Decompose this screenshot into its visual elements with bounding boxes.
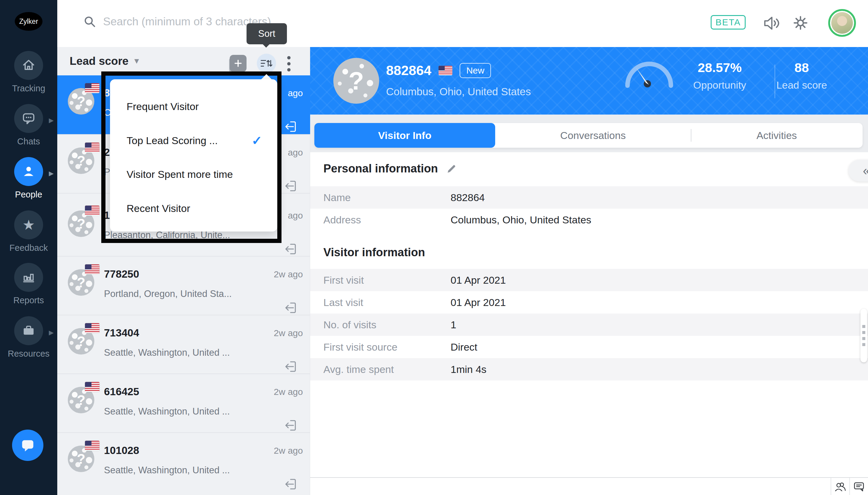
- search-icon: [83, 15, 97, 28]
- edit-icon[interactable]: [446, 164, 457, 174]
- chat-lines-icon: [853, 481, 865, 492]
- chevron-right-icon: ▸: [49, 114, 54, 126]
- visitor-history-icon[interactable]: [283, 120, 296, 133]
- chat-icon: [21, 111, 36, 126]
- search-input[interactable]: [103, 15, 332, 28]
- sound-icon[interactable]: [762, 14, 781, 33]
- visitor-history-icon[interactable]: [283, 180, 296, 193]
- us-flag-icon: [438, 66, 452, 75]
- table-row: First visit01 Apr 2021: [310, 269, 868, 291]
- chat-widget-button[interactable]: [12, 430, 44, 461]
- sidebar-item-tracking[interactable]: Tracking: [0, 51, 57, 93]
- gear-icon[interactable]: [792, 14, 810, 32]
- chevron-down-icon: ▼: [133, 56, 140, 65]
- visitor-list-item[interactable]: ? 713404 2w ago Seattle, Washington, Uni…: [57, 315, 310, 374]
- table-row: No. of visits1: [310, 313, 868, 336]
- sort-tooltip: Sort: [246, 23, 287, 44]
- more-options-button[interactable]: [287, 56, 291, 74]
- status-badge: New: [459, 63, 491, 78]
- tooltip-caret: [262, 43, 271, 52]
- sidebar-item-feedback[interactable]: ★ Feedback: [0, 210, 57, 253]
- online-visitors-button[interactable]: [831, 478, 849, 495]
- table-row: AddressColumbus, Ohio, United States: [310, 209, 868, 231]
- us-flag-icon: [85, 382, 100, 392]
- tab-conversations[interactable]: Conversations: [495, 123, 691, 148]
- section-title-visitor: Visitor information: [324, 246, 425, 259]
- table-row: Last visit01 Apr 2021: [310, 291, 868, 313]
- sort-option-visitor-spent-more-time[interactable]: Visitor Spent more time: [126, 166, 262, 182]
- sort-option-top-lead-scoring[interactable]: Top Lead Scoring ... ✓: [126, 133, 262, 148]
- visitor-list-item[interactable]: ? 778250 2w ago Portland, Oregon, United…: [57, 256, 310, 315]
- tab-visitor-info[interactable]: Visitor Info: [314, 123, 495, 148]
- us-flag-icon: [85, 264, 100, 274]
- table-row: First visit sourceDirect: [310, 336, 868, 358]
- visitor-history-icon[interactable]: [283, 419, 296, 432]
- us-flag-icon: [85, 323, 100, 333]
- tab-strip: Visitor Info Conversations Activities: [310, 115, 868, 152]
- collapse-panel-button[interactable]: «: [848, 160, 868, 182]
- sort-button[interactable]: [257, 54, 276, 73]
- top-bar: BETA: [57, 0, 868, 47]
- chat-bubble-icon: [20, 438, 36, 453]
- opportunity-gauge: [623, 58, 675, 88]
- person-icon: [22, 165, 36, 178]
- visitor-history-icon[interactable]: [283, 478, 296, 491]
- home-icon: [22, 58, 36, 72]
- sidebar: Zylker Tracking Chats ▸ People ▸ ★ Feedb…: [0, 0, 57, 495]
- us-flag-icon: [85, 83, 100, 93]
- tab-activities[interactable]: Activities: [691, 123, 863, 148]
- visitor-detail-panel: ? 882864 New Columbus, Ohio, United Stat…: [310, 47, 868, 495]
- scrollbar-handle[interactable]: [861, 309, 867, 362]
- chat-dock-button[interactable]: [849, 478, 868, 495]
- visitor-list-item[interactable]: ? 101028 2w ago Seattle, Washington, Uni…: [57, 432, 310, 495]
- people-icon: [834, 481, 846, 492]
- bar-chart-icon: [22, 270, 36, 284]
- table-row: Avg. time spent1min 4s: [310, 358, 868, 380]
- briefcase-icon: [22, 324, 36, 338]
- list-view-selector[interactable]: Lead score▼: [70, 55, 140, 68]
- sidebar-item-reports[interactable]: Reports: [0, 263, 57, 305]
- beta-badge: BETA: [711, 15, 746, 30]
- table-row: Name882864: [310, 186, 868, 209]
- zylker-logo: Zylker: [15, 12, 42, 31]
- visitor-info-rows: First visit01 Apr 2021 Last visit01 Apr …: [310, 269, 868, 380]
- sidebar-item-people[interactable]: People ▸: [0, 157, 57, 200]
- sidebar-item-chats[interactable]: Chats ▸: [0, 104, 57, 147]
- sort-dropdown-menu: Frequent Visitor Top Lead Scoring ... ✓ …: [110, 79, 277, 232]
- us-flag-icon: [85, 206, 100, 216]
- visitor-location: Columbus, Ohio, United States: [386, 86, 531, 98]
- sort-option-recent-visitor[interactable]: Recent Visitor: [126, 201, 262, 216]
- sort-option-frequent-visitor[interactable]: Frequent Visitor: [126, 99, 262, 114]
- star-icon: ★: [22, 218, 35, 232]
- add-view-button[interactable]: [230, 55, 246, 72]
- visitor-list-item[interactable]: ? 616425 2w ago Seattle, Washington, Uni…: [57, 374, 310, 432]
- check-icon: ✓: [251, 133, 262, 148]
- visitor-avatar-large: ?: [333, 58, 379, 104]
- chevron-right-icon: ▸: [49, 167, 54, 179]
- lead-score-metric: 88 Lead score: [757, 60, 847, 91]
- us-flag-icon: [85, 142, 100, 153]
- visitor-history-icon[interactable]: [283, 360, 296, 373]
- user-avatar[interactable]: [828, 9, 856, 37]
- personal-info-rows: Name882864 AddressColumbus, Ohio, United…: [310, 186, 868, 231]
- sidebar-item-resources[interactable]: Resources ▸: [0, 316, 57, 359]
- chevron-right-icon: ▸: [49, 326, 54, 338]
- visitor-history-icon[interactable]: [283, 301, 296, 314]
- visitor-id: 882864: [386, 63, 431, 79]
- visitor-history-icon[interactable]: [283, 242, 296, 256]
- visitor-header: ? 882864 New Columbus, Ohio, United Stat…: [310, 47, 868, 115]
- section-title-personal: Personal information: [324, 162, 457, 175]
- opportunity-metric: 28.57% Opportunity: [678, 60, 762, 91]
- us-flag-icon: [85, 441, 100, 451]
- bottom-bar: [310, 477, 868, 495]
